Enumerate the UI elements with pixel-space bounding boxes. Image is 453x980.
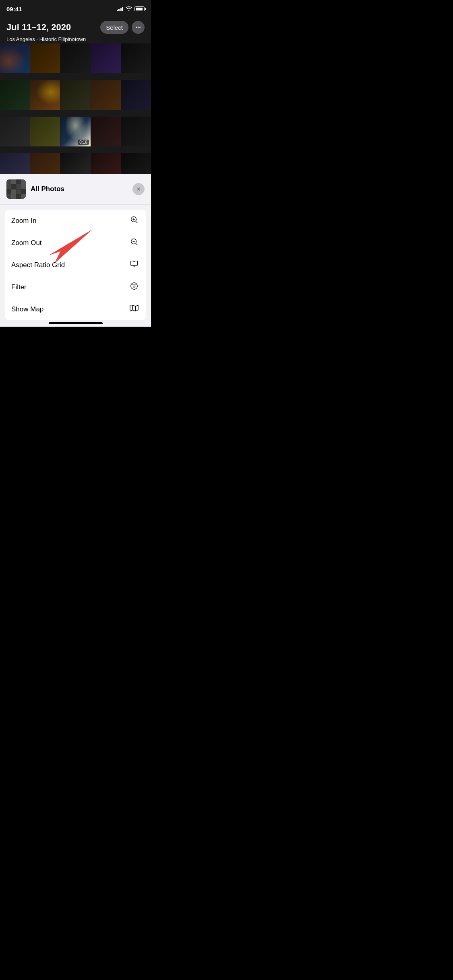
aspect-ratio-label: Aspect Ratio Grid: [11, 261, 65, 269]
status-icons: [117, 6, 145, 11]
photo-grid: 0:16: [0, 43, 151, 189]
all-photos-header: All Photos ×: [0, 174, 151, 205]
bottom-sheet: All Photos × Zoom In Zoom Out: [0, 174, 151, 327]
all-photos-thumbnail: [6, 179, 26, 199]
select-button[interactable]: Select: [100, 21, 128, 34]
photo-cell[interactable]: [91, 117, 121, 146]
more-button[interactable]: ···: [132, 21, 145, 34]
status-time: 09:41: [6, 6, 22, 12]
svg-line-2: [136, 221, 137, 223]
photo-cell[interactable]: [91, 80, 121, 110]
status-bar: 09:41: [0, 0, 151, 18]
photo-cell[interactable]: [60, 43, 90, 73]
photo-cell[interactable]: [30, 43, 60, 73]
filter-icon: [128, 282, 140, 292]
header-buttons: Select ···: [100, 21, 145, 34]
location-label: Los Angeles · Historic Filipinotown: [6, 36, 86, 42]
video-duration: 0:16: [78, 140, 89, 145]
zoom-out-icon: [128, 237, 140, 248]
battery-icon: [134, 6, 145, 11]
show-map-label: Show Map: [11, 305, 43, 313]
zoom-in-icon: [128, 215, 140, 226]
map-icon: [128, 304, 140, 315]
photo-cell[interactable]: [0, 117, 30, 146]
photo-grid-section: Jul 11–12, 2020 Select ··· Los Angeles ·…: [0, 0, 151, 189]
menu-list: Zoom In Zoom Out: [5, 210, 146, 320]
home-indicator: [49, 322, 103, 324]
photo-cell[interactable]: [121, 117, 151, 146]
date-title: Jul 11–12, 2020: [6, 22, 71, 33]
photo-cell[interactable]: [30, 117, 60, 146]
signal-icon: [117, 6, 124, 11]
aspect-ratio-icon: [128, 259, 140, 270]
menu-item-aspect-ratio[interactable]: Aspect Ratio Grid: [5, 254, 146, 276]
zoom-in-label: Zoom In: [11, 217, 36, 225]
photo-cell[interactable]: [121, 80, 151, 110]
menu-item-zoom-out[interactable]: Zoom Out: [5, 232, 146, 254]
menu-item-show-map[interactable]: Show Map: [5, 298, 146, 320]
edit-actions-button[interactable]: Edit Actions...: [5, 326, 46, 327]
all-photos-title: All Photos: [31, 185, 64, 193]
menu-item-filter[interactable]: Filter: [5, 276, 146, 298]
photo-cell[interactable]: [60, 80, 90, 110]
photo-cell[interactable]: [30, 80, 60, 110]
wifi-icon: [126, 6, 132, 11]
photo-cell[interactable]: [121, 43, 151, 73]
close-button[interactable]: ×: [132, 183, 145, 195]
photo-cell[interactable]: [91, 43, 121, 73]
filter-label: Filter: [11, 283, 27, 291]
menu-item-zoom-in[interactable]: Zoom In: [5, 210, 146, 232]
svg-line-6: [136, 243, 137, 245]
photo-cell[interactable]: 0:16: [60, 117, 90, 146]
svg-marker-16: [130, 305, 138, 311]
photo-cell[interactable]: [0, 43, 30, 73]
zoom-out-label: Zoom Out: [11, 239, 42, 247]
photo-cell[interactable]: [0, 80, 30, 110]
grid-header: Jul 11–12, 2020 Select ···: [0, 18, 151, 37]
all-photos-left: All Photos: [6, 179, 64, 199]
